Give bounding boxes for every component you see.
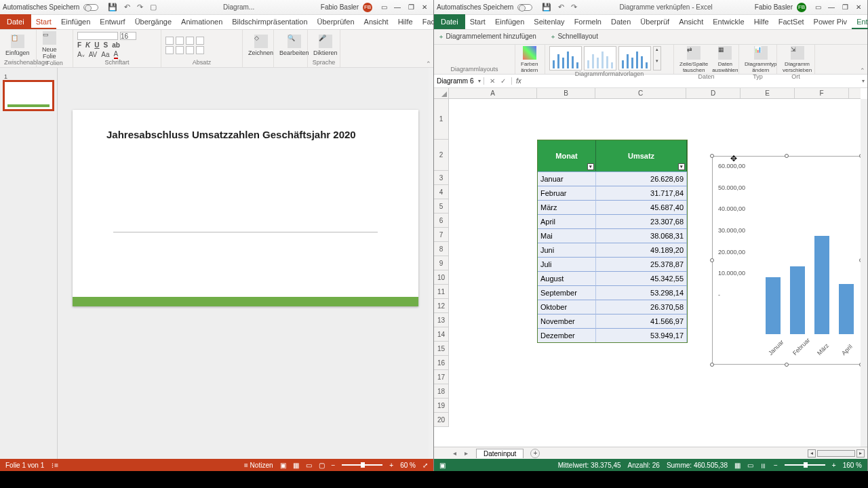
worksheet-grid[interactable]: ABCDEF 1234567891011121314151617181920 M… (434, 88, 867, 447)
cell-month[interactable]: Juni (538, 243, 596, 257)
table-row[interactable]: März45.687,40 (538, 200, 687, 214)
redo-icon[interactable]: ↷ (571, 3, 577, 12)
collapse-ribbon-icon[interactable]: ⌃ (858, 45, 867, 74)
autosave-toggle[interactable]: Automatisches Speichern (3, 3, 98, 11)
gallery-more-button[interactable]: ▴▾ (653, 46, 661, 70)
xl-file-tab[interactable]: Datei (434, 14, 465, 29)
table-row[interactable]: August45.342,55 (538, 271, 687, 285)
chart-bar[interactable] (839, 284, 854, 334)
tab-factset[interactable]: FactSet (774, 14, 809, 29)
tab-daten[interactable]: Daten (606, 14, 635, 29)
fit-icon[interactable]: ⤢ (422, 462, 428, 469)
page-layout-icon[interactable]: ▭ (747, 462, 753, 469)
confirm-icon[interactable]: ✓ (500, 77, 506, 85)
cell-value[interactable]: 45.687,40 (596, 200, 687, 214)
maximize-icon[interactable]: ❐ (839, 3, 851, 11)
cell-value[interactable]: 26.628,69 (596, 171, 687, 186)
minimize-icon[interactable]: — (391, 3, 403, 11)
cell-value[interactable]: 41.566,97 (596, 314, 687, 328)
page-break-icon[interactable]: ⫼ (760, 462, 767, 469)
row-header-20[interactable]: 20 (434, 413, 448, 427)
undo-icon[interactable]: ↶ (558, 3, 564, 12)
zoom-slider[interactable] (342, 464, 382, 466)
chart-bar[interactable] (766, 277, 781, 334)
xl-zoom-value[interactable]: 160 % (843, 462, 862, 469)
scroll-right-icon[interactable]: ▸ (856, 449, 865, 458)
zoom-in-icon[interactable]: + (389, 462, 393, 469)
shapes-button[interactable]: ◇Zeichnen (247, 35, 275, 56)
maximize-icon[interactable]: ❐ (405, 3, 417, 11)
italic-button[interactable]: K (85, 41, 90, 49)
font-color-button[interactable]: A (114, 50, 119, 59)
numbering-button[interactable] (176, 37, 184, 45)
cell-value[interactable]: 45.342,55 (596, 271, 687, 285)
row-header-3[interactable]: 3 (434, 171, 448, 185)
header-monat[interactable]: Monat▾ (538, 140, 596, 171)
underline-button[interactable]: U (94, 41, 99, 49)
table-row[interactable]: Mai38.068,31 (538, 228, 687, 243)
cell-month[interactable]: September (538, 285, 596, 300)
embedded-chart[interactable]: ✥ 60.000,0050.000,0040.000,0030.000,0020… (712, 156, 861, 365)
cell-month[interactable]: August (538, 271, 596, 285)
cell-month[interactable]: April (538, 214, 596, 228)
col-header-A[interactable]: A (449, 88, 537, 98)
xl-autosave-toggle[interactable]: Automatisches Speichern (437, 3, 532, 11)
select-all-corner[interactable] (434, 88, 449, 99)
tab-hilfe[interactable]: Hilfe (749, 14, 774, 29)
align-left-button[interactable] (165, 46, 174, 54)
cell-value[interactable]: 26.370,58 (596, 300, 687, 314)
paste-button[interactable]: 📋Einfügen (4, 35, 31, 56)
clear-format-button[interactable]: Aᵥ (77, 51, 85, 58)
normal-view-icon[interactable]: ▣ (280, 462, 286, 469)
close-icon[interactable]: ✕ (852, 3, 865, 11)
row-header-7[interactable]: 7 (434, 228, 448, 242)
slide-1[interactable]: Jahresabschluss Umsatzzahlen Geschäftsja… (73, 110, 418, 306)
select-data-button[interactable]: ▦Daten auswählen (711, 46, 739, 73)
ribbon-options-icon[interactable]: ▭ (812, 3, 824, 11)
collapse-ribbon-icon[interactable]: ⌃ (424, 30, 433, 67)
sorter-view-icon[interactable]: ▦ (293, 462, 299, 469)
vertical-scrollbar[interactable] (429, 68, 433, 459)
tab-ueberpruefen[interactable]: Überprüf (635, 14, 674, 29)
tab-powerpivot[interactable]: Power Piv (809, 14, 852, 29)
col-header-D[interactable]: D (686, 88, 741, 98)
toggle-icon[interactable] (83, 4, 98, 11)
resize-handle[interactable] (785, 154, 789, 158)
tab-einfuegen[interactable]: Einfügen (56, 14, 95, 29)
align-right-button[interactable] (186, 46, 194, 54)
cell-value[interactable]: 23.307,68 (596, 214, 687, 228)
row-header-12[interactable]: 12 (434, 299, 448, 313)
sheet-nav-first-icon[interactable]: ◂ (453, 449, 456, 457)
tab-formeln[interactable]: Formeln (570, 14, 606, 29)
col-header-B[interactable]: B (537, 88, 595, 98)
row-header-5[interactable]: 5 (434, 199, 448, 214)
save-icon[interactable]: 💾 (542, 3, 551, 12)
slideshow-view-icon[interactable]: ▢ (319, 462, 325, 469)
sheet-tab-dateninput[interactable]: Dateninput (476, 449, 524, 458)
row-header-15[interactable]: 15 (434, 342, 448, 356)
table-row[interactable]: Oktober26.370,58 (538, 300, 687, 314)
file-tab[interactable]: Datei (0, 14, 31, 29)
slide-title[interactable]: Jahresabschluss Umsatzzahlen Geschäftsja… (106, 129, 384, 140)
row-header-18[interactable]: 18 (434, 384, 448, 399)
table-row[interactable]: September53.298,14 (538, 285, 687, 300)
xl-user-avatar[interactable]: FB (797, 3, 806, 12)
table-row[interactable]: April23.307,68 (538, 214, 687, 228)
filter-dropdown-icon[interactable]: ▾ (587, 163, 594, 170)
editing-button[interactable]: 🔍Bearbeiten (278, 35, 311, 56)
tab-hilfe[interactable]: Hilfe (393, 14, 418, 29)
table-row[interactable]: Juni49.189,20 (538, 243, 687, 257)
cell-month[interactable]: Juli (538, 257, 596, 271)
minimize-icon[interactable]: — (825, 3, 837, 11)
table-row[interactable]: Dezember53.949,17 (538, 328, 687, 342)
name-box[interactable]: Diagramm 6 (434, 77, 484, 85)
slide-thumbnails-pane[interactable]: 1 (0, 68, 58, 459)
chart-bar[interactable] (790, 266, 805, 334)
row-headers[interactable]: 1234567891011121314151617181920 (434, 99, 449, 427)
row-header-14[interactable]: 14 (434, 327, 448, 342)
notes-button[interactable]: ≡ Notizen (244, 462, 273, 469)
row-header-6[interactable]: 6 (434, 214, 448, 228)
column-headers[interactable]: ABCDEF (449, 88, 861, 99)
zoom-in-icon[interactable]: + (832, 462, 836, 469)
language-icon[interactable]: ⫶≡ (51, 462, 58, 469)
